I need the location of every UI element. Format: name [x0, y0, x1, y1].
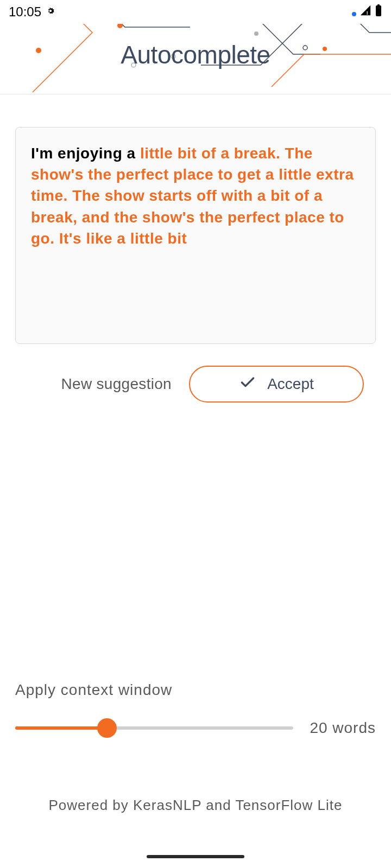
svg-point-8	[254, 31, 258, 36]
slider-row: 20 words	[15, 718, 376, 738]
app-header: Autocomplete	[0, 24, 391, 94]
accept-button-label: Accept	[267, 375, 314, 393]
slider-thumb[interactable]	[97, 718, 117, 738]
context-window-value: 20 words	[310, 719, 376, 737]
status-bar: 10:05 !	[0, 0, 391, 24]
main-content: I'm enjoying a little bit of a break. Th…	[0, 94, 391, 403]
notification-dot-icon	[352, 4, 356, 20]
accept-button[interactable]: Accept	[189, 366, 364, 403]
svg-text:!: !	[367, 10, 368, 16]
slider-track	[15, 726, 293, 730]
status-time: 10:05	[9, 4, 41, 20]
autocomplete-textarea[interactable]: I'm enjoying a little bit of a break. Th…	[15, 127, 376, 344]
status-left: 10:05	[9, 4, 55, 20]
action-button-row: New suggestion Accept	[15, 366, 376, 403]
nav-home-indicator[interactable]	[147, 855, 244, 858]
context-window-section: Apply context window 20 words	[15, 681, 376, 738]
check-icon	[239, 374, 256, 395]
context-window-label: Apply context window	[15, 681, 376, 699]
user-input-text: I'm enjoying a	[31, 145, 140, 162]
status-right: !	[352, 4, 382, 20]
settings-indicator-icon	[46, 6, 55, 18]
svg-rect-3	[377, 4, 380, 6]
battery-icon	[375, 4, 382, 20]
slider-fill	[15, 726, 107, 730]
page-title: Autocomplete	[0, 40, 391, 69]
footer-credits: Powered by KerasNLP and TensorFlow Lite	[0, 797, 391, 814]
signal-icon: !	[360, 4, 371, 20]
context-window-slider[interactable]	[15, 718, 293, 738]
svg-point-0	[352, 12, 356, 16]
new-suggestion-button[interactable]: New suggestion	[61, 375, 172, 393]
svg-point-6	[117, 24, 123, 28]
svg-rect-2	[376, 5, 381, 16]
